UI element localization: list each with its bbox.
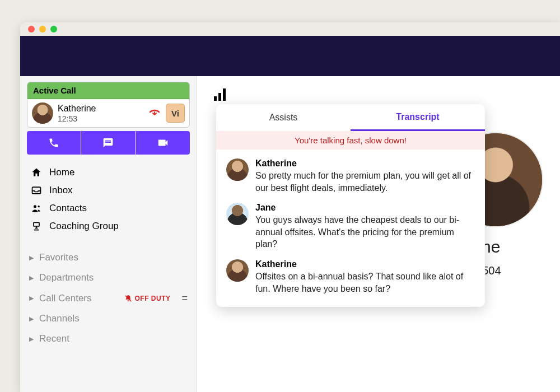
nav-coaching[interactable]: Coaching Group xyxy=(27,217,190,235)
nav-contacts-label: Contacts xyxy=(49,203,87,214)
transcript-message: Katherine Offsites on a bi-annual basis?… xyxy=(226,259,475,295)
chevron-right-icon: ▶ xyxy=(29,295,34,302)
collapse-recent[interactable]: ▶ Recent xyxy=(27,330,190,348)
svg-rect-3 xyxy=(34,222,39,226)
chevron-right-icon: ▶ xyxy=(29,254,34,262)
contacts-icon xyxy=(30,203,43,214)
tab-assists[interactable]: Assists xyxy=(216,104,351,131)
chevron-right-icon: ▶ xyxy=(29,335,34,343)
transcript-message: Katherine So pretty much for the premium… xyxy=(226,158,475,194)
phone-button[interactable] xyxy=(27,131,81,155)
message-speaker: Katherine xyxy=(255,158,475,169)
coaching-icon xyxy=(30,221,43,232)
maximize-window-button[interactable] xyxy=(50,26,57,32)
collapse-channels-label: Channels xyxy=(39,313,80,324)
svg-point-1 xyxy=(34,205,36,208)
collapse-list: ▶ Favorites ▶ Departments ▶ Call Centers… xyxy=(27,249,190,348)
message-speaker: Jane xyxy=(255,203,475,213)
collapse-channels[interactable]: ▶ Channels xyxy=(27,310,190,328)
chevron-right-icon: ▶ xyxy=(29,315,34,323)
caller-info: Katherine 12:53 xyxy=(58,103,143,123)
nav-inbox[interactable]: Inbox xyxy=(27,181,190,199)
primary-nav: Home Inbox Contacts xyxy=(27,164,190,235)
message-text: So pretty much for the premium plan, you… xyxy=(255,170,475,194)
collapse-favorites-label: Favorites xyxy=(39,252,78,263)
caller-name: Katherine xyxy=(58,103,143,114)
signal-icon xyxy=(214,87,543,101)
inbox-icon xyxy=(30,185,43,196)
collapse-departments-label: Departments xyxy=(39,272,94,283)
active-call-header: Active Call xyxy=(27,82,189,99)
content-area: Active Call Katherine 12:53 Vi xyxy=(20,76,560,392)
collapse-departments[interactable]: ▶ Departments xyxy=(27,269,190,287)
message-speaker: Katherine xyxy=(255,259,475,269)
hangup-icon[interactable] xyxy=(148,106,161,120)
vi-badge[interactable]: Vi xyxy=(166,104,185,123)
sidebar: Active Call Katherine 12:53 Vi xyxy=(20,76,197,392)
nav-home-label: Home xyxy=(49,167,74,178)
svg-point-2 xyxy=(38,206,40,207)
nav-inbox-label: Inbox xyxy=(49,185,73,196)
call-duration: 12:53 xyxy=(58,114,143,123)
off-duty-label: OFF DUTY xyxy=(134,295,170,302)
transcript-tabs: Assists Transcript xyxy=(216,104,485,131)
active-call-card: Active Call Katherine 12:53 Vi xyxy=(27,82,190,128)
video-button[interactable] xyxy=(136,131,190,155)
minimize-window-button[interactable] xyxy=(39,26,46,32)
message-text: You guys always have the cheapest deals … xyxy=(255,214,475,250)
message-text: Offsites on a bi-annual basis? That soun… xyxy=(255,270,475,295)
app-window: Active Call Katherine 12:53 Vi xyxy=(20,22,560,392)
transcript-card: Assists Transcript You're talking fast, … xyxy=(216,104,485,307)
close-window-button[interactable] xyxy=(28,26,35,32)
titlebar xyxy=(20,22,560,36)
nav-coaching-label: Coaching Group xyxy=(49,221,119,232)
transcript-message: Jane You guys always have the cheapest d… xyxy=(226,203,475,250)
chevron-right-icon: ▶ xyxy=(29,274,34,282)
top-header-bar xyxy=(20,36,560,76)
nav-contacts[interactable]: Contacts xyxy=(27,199,190,217)
collapse-call-centers[interactable]: ▶ Call Centers OFF DUTY = xyxy=(27,289,190,307)
home-icon xyxy=(30,167,43,178)
bell-off-icon xyxy=(124,295,132,302)
collapse-favorites[interactable]: ▶ Favorites xyxy=(27,249,190,267)
coaching-warning: You're talking fast, slow down! xyxy=(216,131,485,150)
active-call-body[interactable]: Katherine 12:53 Vi xyxy=(27,99,189,127)
message-avatar xyxy=(226,203,249,225)
tab-transcript[interactable]: Transcript xyxy=(351,104,485,131)
transcript-messages: Katherine So pretty much for the premium… xyxy=(216,150,485,307)
chat-button[interactable] xyxy=(81,131,135,155)
collapse-recent-label: Recent xyxy=(39,333,69,344)
action-button-row xyxy=(27,131,190,155)
nav-home[interactable]: Home xyxy=(27,164,190,181)
off-duty-badge[interactable]: OFF DUTY xyxy=(124,295,170,302)
main-panel: herine 649-0504 12:53 Assists Transcript… xyxy=(197,76,560,392)
collapse-call-centers-label: Call Centers xyxy=(39,293,92,304)
message-avatar xyxy=(226,259,249,282)
drag-handle-icon[interactable]: = xyxy=(181,292,188,304)
message-avatar xyxy=(226,158,249,181)
caller-avatar xyxy=(32,102,53,124)
